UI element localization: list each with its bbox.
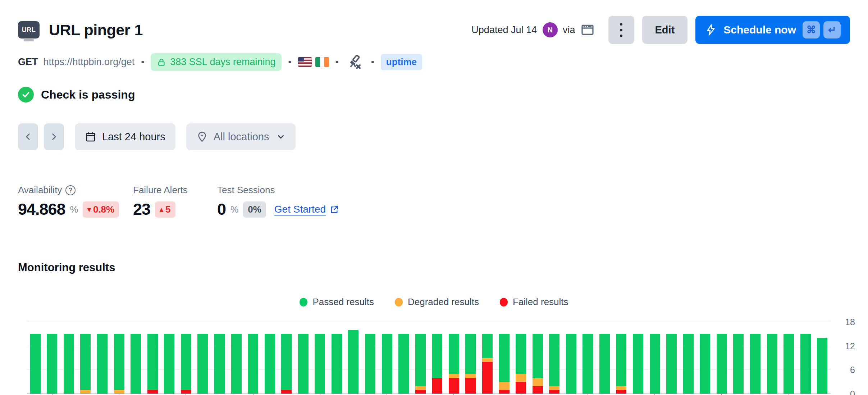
location-pin-icon [196,131,208,142]
result-bar [312,322,329,394]
http-method: GET [18,56,38,68]
test-sessions-label: Test Sessions [217,185,275,196]
title-group: URL URL pinger 1 [18,21,143,39]
check-overview-page: URL URL pinger 1 Updated Jul 14 N via Ed… [0,0,868,394]
result-bar [245,322,261,394]
dot-separator: • [370,56,375,68]
check-passing-icon [18,87,34,103]
stat-failure-alerts: Failure Alerts 23 ▴ 5 [133,185,217,219]
test-sessions-unit: % [230,204,238,215]
lightning-bolt-icon [705,24,717,36]
result-bar [613,322,630,394]
result-bar [60,322,77,394]
result-bar [479,322,496,394]
dot-separator: • [287,56,292,68]
time-range-button[interactable]: Last 24 hours [75,123,175,150]
result-bar [345,322,362,394]
result-bar [580,322,597,394]
stats-row: Availability ? 94.868 % ▾ 0.8% Failure A… [18,185,850,219]
result-bar [27,322,44,394]
get-started-link[interactable]: Get Started [274,204,339,215]
result-bar [546,322,563,394]
legend-dot-icon [500,298,508,307]
y-axis-label: 6 [850,365,855,375]
result-bar [44,322,61,394]
schedule-now-button[interactable]: Schedule now ⌘ ↵ [695,16,850,44]
result-bar [647,322,663,394]
status-row: Check is passing [18,87,850,103]
failure-alerts-trend-badge: ▴ 5 [155,201,175,218]
dot-separator: • [334,56,340,68]
locations-label: All locations [214,131,269,143]
result-bar [446,322,462,394]
prev-period-button[interactable] [18,123,38,150]
controls-row: Last 24 hours All locations [18,123,850,150]
availability-label: Availability [18,185,62,196]
edit-button[interactable]: Edit [642,16,688,44]
result-bar [261,322,278,394]
result-bar [211,322,228,394]
y-axis-label: 12 [845,341,855,351]
next-period-button[interactable] [44,123,64,150]
result-bar [814,322,831,394]
chevron-down-icon [276,132,285,141]
result-bar [295,322,312,394]
result-bar [747,322,764,394]
availability-value: 94.868 [18,200,65,219]
stat-availability: Availability ? 94.868 % ▾ 0.8% [18,185,133,219]
lock-icon [157,58,166,67]
via-label: via [563,24,575,36]
test-sessions-value: 0 [217,200,226,219]
legend-item-degraded: Degraded results [395,296,479,308]
availability-unit: % [70,204,78,215]
ireland-flag-icon [315,57,329,67]
telescope-x-icon [347,54,363,71]
result-bar [395,322,412,394]
result-bar [228,322,245,394]
result-bar [529,322,546,394]
legend-dot-icon [300,298,307,307]
result-bar [730,322,747,394]
result-bar [563,322,580,394]
failure-alerts-label: Failure Alerts [133,185,188,196]
result-bar [697,322,714,394]
status-text: Check is passing [41,88,135,101]
schedule-now-label: Schedule now [723,24,796,36]
result-bar [630,322,647,394]
ssl-days-label: 383 SSL days remaining [170,56,275,68]
locations-dropdown[interactable]: All locations [186,123,296,150]
result-bar [462,322,479,394]
result-bar [328,322,345,394]
cmd-key-icon: ⌘ [803,21,820,38]
dot-separator: • [140,56,145,68]
result-bar [596,322,613,394]
chart-legend: Passed resultsDegraded resultsFailed res… [18,296,850,308]
result-bar [362,322,379,394]
enter-key-icon: ↵ [823,21,841,38]
monitoring-results-title: Monitoring results [18,261,850,274]
failure-alerts-value: 23 [133,200,150,219]
result-bar [178,322,195,394]
result-bar [663,322,680,394]
test-sessions-badge: 0% [243,201,266,218]
uptime-tag[interactable]: uptime [381,54,422,70]
location-flags [298,57,329,67]
result-bar [127,322,144,394]
result-bar [764,322,781,394]
y-axis-label: 18 [845,317,855,327]
time-range-label: Last 24 hours [102,131,165,143]
help-icon[interactable]: ? [65,185,76,195]
monitoring-chart: 18:0020:0022:0029 Jul02:0004:0006:0008:0… [27,322,831,394]
result-bar [161,322,178,394]
external-link-icon [329,205,339,214]
result-bar [780,322,797,394]
updated-label: Updated Jul 14 [471,24,537,36]
result-bar [797,322,814,394]
legend-dot-icon [395,298,403,307]
triangle-up-icon: ▴ [160,205,163,214]
url-check-type-icon: URL [18,21,40,38]
more-options-button[interactable] [608,16,634,44]
browser-window-icon [580,23,595,37]
result-bar [144,322,161,394]
ssl-days-badge: 383 SSL days remaining [151,53,282,71]
